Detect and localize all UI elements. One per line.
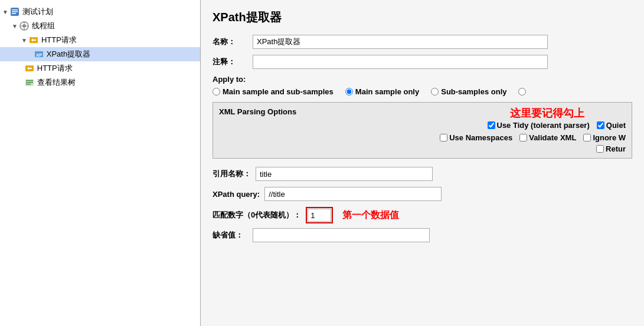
match-annotation: 第一个数据值 bbox=[342, 209, 399, 222]
radio-main-only-input[interactable] bbox=[345, 88, 353, 96]
thread-group-label: 线程组 bbox=[32, 21, 55, 31]
apply-to-section: Apply to: Main sample and sub-samples Ma… bbox=[213, 75, 632, 96]
radio-main-sub-label: Main sample and sub-samples bbox=[223, 87, 334, 96]
return-row: Retur bbox=[219, 144, 626, 153]
radio-other[interactable] bbox=[518, 88, 526, 96]
ignore-w-text: Ignore W bbox=[593, 133, 626, 142]
radio-sub-only-label: Sub-samples only bbox=[441, 87, 506, 96]
tree-item-test-plan[interactable]: ▼ 测试计划 bbox=[0, 5, 200, 19]
results-tree-label: 查看结果树 bbox=[37, 77, 76, 88]
name-input[interactable] bbox=[253, 35, 548, 49]
xpath-extractor-icon: XP bbox=[34, 49, 44, 60]
checkbox-row-1: Use Tidy (tolerant parser) Quiet bbox=[219, 121, 626, 130]
tree-panel: ▼ 测试计划 ▼ 线程组 ▼ bbox=[0, 0, 201, 326]
ref-name-row: 引用名称： bbox=[213, 167, 632, 181]
panel-title: XPath提取器 bbox=[213, 9, 632, 25]
quiet-checkbox-label[interactable]: Quiet bbox=[597, 121, 626, 130]
name-label: 名称： bbox=[213, 37, 248, 47]
right-panel: XPath提取器 名称： 注释： Apply to: Main sample a… bbox=[201, 0, 644, 326]
match-number-label: 匹配数字（0代表随机）： bbox=[213, 210, 301, 220]
xpath-extractor-label: XPath提取器 bbox=[47, 49, 90, 60]
quiet-checkbox[interactable] bbox=[597, 121, 604, 129]
arrow-xpath bbox=[31, 51, 32, 58]
match-number-input[interactable] bbox=[308, 209, 331, 222]
arrow-http2 bbox=[21, 65, 23, 72]
return-label[interactable]: Retur bbox=[596, 144, 626, 153]
svg-rect-2 bbox=[12, 11, 18, 12]
default-label: 缺省值： bbox=[213, 230, 248, 241]
svg-rect-3 bbox=[12, 13, 16, 14]
http-request-2-icon bbox=[24, 63, 35, 74]
ref-name-input[interactable] bbox=[256, 167, 433, 181]
checkbox-row-2: Use Namespaces Validate XML Ignore W bbox=[219, 133, 626, 142]
svg-rect-17 bbox=[26, 84, 31, 85]
match-input-wrapper bbox=[306, 207, 333, 223]
arrow-thread-group: ▼ bbox=[12, 23, 18, 29]
test-plan-label: 测试计划 bbox=[22, 6, 53, 17]
validate-xml-text: Validate XML bbox=[529, 133, 576, 142]
test-plan-icon bbox=[9, 6, 20, 17]
http-request-1-icon bbox=[28, 35, 39, 45]
use-namespaces-checkbox[interactable] bbox=[440, 134, 447, 141]
radio-main-only[interactable]: Main sample only bbox=[345, 87, 419, 96]
svg-rect-15 bbox=[26, 80, 33, 81]
return-checkbox[interactable] bbox=[596, 145, 604, 153]
return-text: Retur bbox=[606, 144, 626, 153]
results-tree-icon bbox=[24, 77, 35, 88]
tree-item-thread-group[interactable]: ▼ 线程组 bbox=[0, 19, 200, 33]
validate-xml-label[interactable]: Validate XML bbox=[519, 133, 576, 142]
radio-group: Main sample and sub-samples Main sample … bbox=[213, 87, 632, 96]
use-tidy-label: Use Tidy (tolerant parser) bbox=[497, 121, 590, 130]
radio-main-sub[interactable]: Main sample and sub-samples bbox=[213, 87, 334, 96]
arrow-results bbox=[21, 80, 23, 86]
comment-input[interactable] bbox=[253, 55, 548, 69]
svg-point-5 bbox=[22, 24, 26, 28]
xpath-query-label: XPath query: bbox=[213, 190, 260, 199]
use-tidy-checkbox[interactable] bbox=[488, 121, 495, 129]
tree-item-http-request-2[interactable]: HTTP请求 bbox=[0, 61, 200, 75]
radio-sub-only-input[interactable] bbox=[431, 88, 439, 96]
http-request-2-label: HTTP请求 bbox=[37, 63, 73, 74]
validate-xml-checkbox[interactable] bbox=[519, 134, 527, 141]
arrow-test-plan: ▼ bbox=[2, 9, 8, 15]
ignore-w-checkbox[interactable] bbox=[583, 134, 591, 141]
thread-group-icon bbox=[19, 21, 30, 31]
name-row: 名称： bbox=[213, 35, 632, 49]
svg-rect-1 bbox=[12, 9, 18, 11]
quiet-label: Quiet bbox=[606, 121, 626, 130]
use-namespaces-text: Use Namespaces bbox=[449, 133, 512, 142]
radio-sub-only[interactable]: Sub-samples only bbox=[431, 87, 506, 96]
match-number-row: 匹配数字（0代表随机）： 第一个数据值 bbox=[213, 207, 632, 223]
tree-item-http-request-1[interactable]: ▼ HTTP请求 bbox=[0, 33, 200, 47]
comment-row: 注释： bbox=[213, 55, 632, 69]
xml-parsing-annotation: 这里要记得勾上 bbox=[510, 106, 584, 120]
xpath-query-input[interactable] bbox=[264, 187, 442, 201]
tree-item-results-tree[interactable]: 查看结果树 bbox=[0, 75, 200, 90]
xpath-query-row: XPath query: bbox=[213, 187, 632, 201]
svg-text:XP: XP bbox=[36, 52, 43, 58]
use-tidy-checkbox-label[interactable]: Use Tidy (tolerant parser) bbox=[488, 121, 590, 130]
ref-name-label: 引用名称： bbox=[213, 169, 251, 179]
radio-main-only-label: Main sample only bbox=[355, 87, 419, 96]
use-namespaces-label[interactable]: Use Namespaces bbox=[440, 133, 512, 142]
radio-other-input[interactable] bbox=[518, 88, 526, 96]
default-value-row: 缺省值： bbox=[213, 228, 632, 242]
ignore-w-label[interactable]: Ignore W bbox=[583, 133, 626, 142]
arrow-http1: ▼ bbox=[21, 37, 27, 44]
default-value-input[interactable] bbox=[253, 228, 430, 242]
apply-to-label: Apply to: bbox=[213, 75, 632, 84]
http-request-1-label: HTTP请求 bbox=[41, 35, 77, 45]
radio-main-sub-input[interactable] bbox=[213, 88, 220, 96]
svg-rect-16 bbox=[26, 82, 33, 83]
comment-label: 注释： bbox=[213, 57, 248, 67]
xml-parsing-section: XML Parsing Options 这里要记得勾上 Use Tidy (to… bbox=[213, 102, 632, 159]
tree-item-xpath-extractor[interactable]: XP XPath提取器 bbox=[0, 47, 200, 61]
